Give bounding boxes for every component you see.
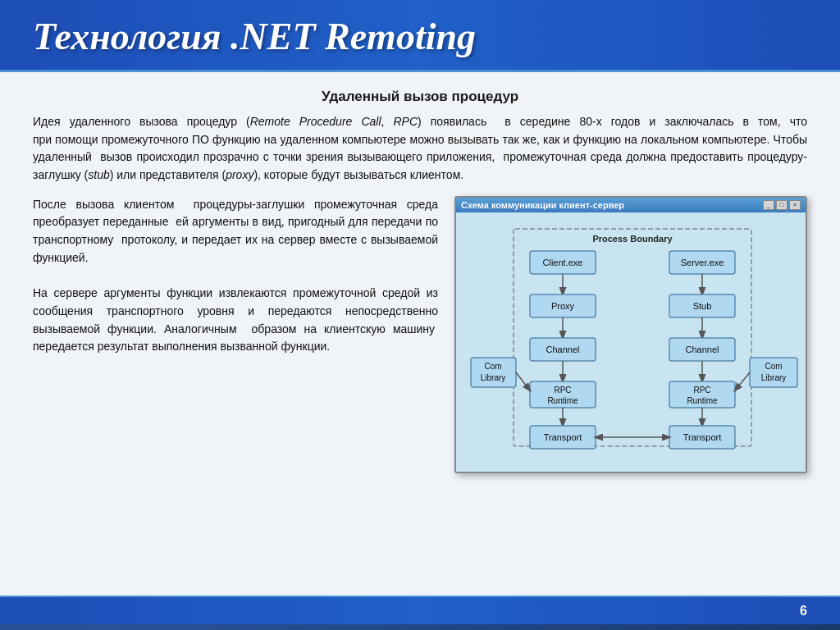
diagram-body: Process Boundary Client.exe Server.exe <box>456 212 806 472</box>
content-area: Удаленный вызов процедур Идея удаленного… <box>0 72 840 596</box>
slide-title: Технология .NET Remoting <box>33 15 807 58</box>
svg-text:Process Boundary: Process Boundary <box>592 234 673 244</box>
intro-paragraph: Идея удаленного вызова процедур (Remote … <box>33 113 807 185</box>
svg-text:Server.exe: Server.exe <box>681 258 724 267</box>
page-number: 6 <box>800 604 807 619</box>
left-column: После вызова клиентом процедуры-заглушки… <box>33 196 438 579</box>
svg-text:Runtime: Runtime <box>547 396 578 405</box>
window-buttons: _ □ × <box>763 200 801 210</box>
svg-text:Com: Com <box>765 362 782 371</box>
diagram-window: Схема коммуникации клиент-сервер _ □ × <box>454 196 807 473</box>
diagram-titlebar: Схема коммуникации клиент-сервер _ □ × <box>456 198 806 212</box>
svg-text:Client.exe: Client.exe <box>543 258 583 267</box>
svg-text:Channel: Channel <box>686 345 719 354</box>
close-button[interactable]: × <box>789 200 801 210</box>
minimize-button[interactable]: _ <box>763 200 774 210</box>
svg-text:RPC: RPC <box>554 386 571 395</box>
maximize-button[interactable]: □ <box>776 200 788 210</box>
svg-text:Runtime: Runtime <box>687 396 718 405</box>
svg-text:Transport: Transport <box>544 432 582 442</box>
title-area: Технология .NET Remoting <box>0 0 840 72</box>
diagram-title: Схема коммуникации клиент-сервер <box>461 200 624 210</box>
svg-text:Channel: Channel <box>546 345 580 354</box>
svg-text:RPC: RPC <box>693 386 710 395</box>
svg-text:Com: Com <box>484 362 501 371</box>
svg-text:Proxy: Proxy <box>551 301 575 311</box>
right-column: Схема коммуникации клиент-сервер _ □ × <box>454 196 807 579</box>
para1: После вызова клиентом процедуры-заглушки… <box>33 196 438 267</box>
slide: Технология .NET Remoting Удаленный вызов… <box>0 0 840 630</box>
svg-text:Library: Library <box>761 373 787 382</box>
section-title: Удаленный вызов процедур <box>33 89 807 105</box>
two-column-section: После вызова клиентом процедуры-заглушки… <box>33 196 807 579</box>
svg-text:Transport: Transport <box>683 432 722 442</box>
svg-rect-0 <box>464 222 801 460</box>
para2: На сервере аргументы функции извлекаются… <box>33 285 438 356</box>
diagram-svg: Process Boundary Client.exe Server.exe <box>464 222 801 460</box>
bottom-bar: 6 <box>0 596 840 624</box>
svg-text:Stub: Stub <box>693 301 712 311</box>
svg-text:Library: Library <box>481 373 506 382</box>
